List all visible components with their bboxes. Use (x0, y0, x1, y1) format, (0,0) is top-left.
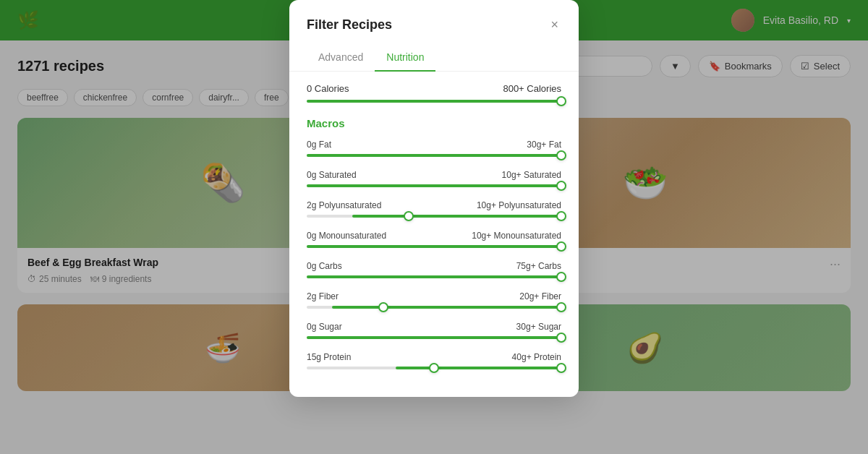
sugar-slider[interactable] (307, 336, 561, 339)
polyunsaturated-slider[interactable] (307, 215, 561, 218)
sugar-row: 0g Sugar 30g+ Sugar (307, 322, 561, 339)
carbs-slider[interactable] (307, 275, 561, 278)
carbs-max-label: 75g+ Carbs (516, 261, 561, 271)
fiber-labels: 2g Fiber 20g+ Fiber (307, 291, 561, 301)
carbs-thumb[interactable] (556, 272, 566, 282)
calories-fill (307, 100, 561, 103)
sugar-min-label: 0g Sugar (307, 322, 342, 332)
protein-max-label: 40g+ Protein (512, 352, 561, 362)
modal-header: Filter Recipes × (289, 0, 579, 35)
saturated-row: 0g Saturated 10g+ Saturated (307, 170, 561, 187)
filter-modal: Filter Recipes × Advanced Nutrition 0 Ca… (289, 0, 579, 397)
protein-slider[interactable] (307, 367, 561, 369)
saturated-thumb[interactable] (556, 181, 566, 191)
main-content-area: 1271 recipes ▼ 🔖 Bookmarks ☑ Select (0, 40, 868, 454)
carbs-min-label: 0g Carbs (307, 261, 342, 271)
saturated-labels: 0g Saturated 10g+ Saturated (307, 170, 561, 180)
monounsaturated-max-label: 10g+ Monounsaturated (472, 231, 561, 241)
protein-row: 15g Protein 40g+ Protein (307, 352, 561, 369)
fiber-max-label: 20g+ Fiber (519, 291, 561, 301)
protein-thumb-right[interactable] (556, 363, 566, 373)
sugar-fill (307, 336, 561, 339)
polyunsaturated-fill (352, 215, 561, 218)
polyunsaturated-labels: 2g Polyunsaturated 10g+ Polyunsaturated (307, 200, 561, 210)
monounsaturated-min-label: 0g Monounsaturated (307, 231, 386, 241)
fat-min-label: 0g Fat (307, 140, 331, 150)
tab-nutrition[interactable]: Nutrition (375, 44, 435, 72)
fat-labels: 0g Fat 30g+ Fat (307, 140, 561, 150)
fiber-min-label: 2g Fiber (307, 291, 339, 301)
protein-thumb-left[interactable] (429, 363, 439, 373)
fiber-thumb-left[interactable] (378, 302, 388, 312)
sugar-max-label: 30g+ Sugar (516, 322, 561, 332)
polyunsaturated-row: 2g Polyunsaturated 10g+ Polyunsaturated (307, 200, 561, 218)
fat-row: 0g Fat 30g+ Fat (307, 140, 561, 157)
carbs-fill (307, 275, 561, 278)
tab-advanced[interactable]: Advanced (307, 44, 375, 72)
monounsaturated-labels: 0g Monounsaturated 10g+ Monounsaturated (307, 231, 561, 241)
calories-slider[interactable] (307, 100, 561, 103)
sugar-thumb[interactable] (556, 333, 566, 343)
saturated-min-label: 0g Saturated (307, 170, 357, 180)
saturated-slider[interactable] (307, 184, 561, 187)
fat-thumb[interactable] (556, 150, 566, 160)
calories-max-label: 800+ Calories (503, 83, 561, 94)
calories-row: 0 Calories 800+ Calories (307, 83, 561, 94)
protein-min-label: 15g Protein (307, 352, 351, 362)
fiber-row: 2g Fiber 20g+ Fiber (307, 291, 561, 309)
saturated-fill (307, 184, 561, 187)
fiber-slider[interactable] (307, 306, 561, 309)
fat-fill (307, 154, 561, 157)
modal-close-button[interactable]: × (548, 14, 561, 35)
carbs-labels: 0g Carbs 75g+ Carbs (307, 261, 561, 271)
protein-fill (396, 367, 561, 369)
sugar-labels: 0g Sugar 30g+ Sugar (307, 322, 561, 332)
polyunsaturated-min-label: 2g Polyunsaturated (307, 200, 381, 210)
polyunsaturated-max-label: 10g+ Polyunsaturated (477, 200, 561, 210)
calories-thumb[interactable] (556, 96, 566, 106)
modal-tabs: Advanced Nutrition (289, 44, 579, 72)
modal-body: 0 Calories 800+ Calories Macros 0g Fat 3… (289, 72, 579, 397)
calories-slider-container: 0 Calories 800+ Calories (307, 83, 561, 103)
monounsaturated-slider[interactable] (307, 245, 561, 248)
fat-slider[interactable] (307, 154, 561, 157)
fat-max-label: 30g+ Fat (527, 140, 561, 150)
carbs-row: 0g Carbs 75g+ Carbs (307, 261, 561, 278)
fiber-thumb-right[interactable] (556, 302, 566, 312)
polyunsaturated-thumb-right[interactable] (556, 211, 566, 221)
monounsaturated-fill (307, 245, 561, 248)
polyunsaturated-thumb-left[interactable] (404, 211, 414, 221)
saturated-max-label: 10g+ Saturated (502, 170, 561, 180)
calories-min-label: 0 Calories (307, 83, 349, 94)
protein-labels: 15g Protein 40g+ Protein (307, 352, 561, 362)
modal-title: Filter Recipes (307, 17, 392, 33)
monounsaturated-thumb[interactable] (556, 241, 566, 252)
macros-section-title: Macros (307, 117, 561, 129)
monounsaturated-row: 0g Monounsaturated 10g+ Monounsaturated (307, 231, 561, 248)
fiber-fill (332, 306, 561, 309)
